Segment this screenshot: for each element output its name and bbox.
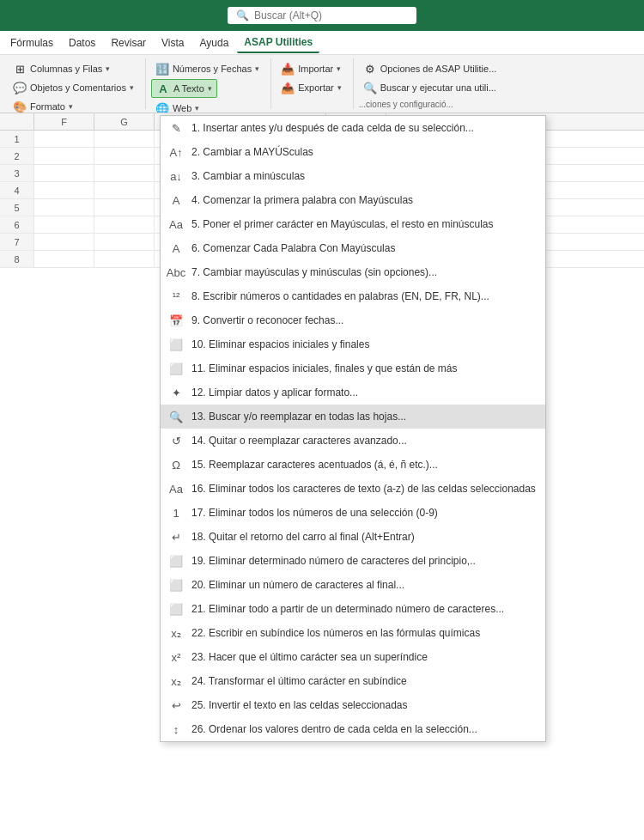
dropdown-item-23[interactable]: x²23. Hacer que el último carácter sea u…: [161, 645, 545, 669]
cell[interactable]: [94, 182, 155, 198]
item-text-15: 15. Reemplazar caracteres acentuados (á,…: [191, 459, 537, 471]
cell[interactable]: [34, 148, 94, 164]
web-icon: 🌐: [155, 101, 169, 113]
item-text-11: 11. Eliminar espacios iniciales, finales…: [191, 362, 537, 374]
item-text-16: 16. Eliminar todos los caracteres de tex…: [191, 483, 537, 495]
ribbon-btn-objetos[interactable]: 💬 Objetos y Comentarios ▾: [9, 79, 138, 96]
cell[interactable]: [94, 216, 155, 233]
ribbon-web-label: Web: [173, 103, 191, 113]
dropdown-item-12[interactable]: ✦12. Limpiar datos y aplicar formato...: [161, 380, 545, 405]
item-icon-20: ⬜: [167, 576, 185, 593]
cell[interactable]: [94, 148, 155, 164]
ribbon-btn-columnas[interactable]: ⊞ Columnas y Filas ▾: [9, 60, 114, 77]
ribbon-columnas-label: Columnas y Filas: [30, 64, 102, 74]
item-icon-22: x₂: [167, 624, 185, 642]
cell[interactable]: [94, 234, 155, 250]
dropdown-item-7[interactable]: Abc7. Cambiar mayúsculas y minúsculas (s…: [161, 260, 545, 284]
col-header-rownum: [0, 113, 34, 130]
dropdown-item-24[interactable]: x₂24. Transformar el último carácter en …: [161, 669, 545, 693]
menu-formulas[interactable]: Fórmulas: [3, 33, 60, 52]
item-text-22: 22. Escribir en subíndice los números en…: [191, 627, 537, 639]
row-num: 2: [0, 148, 34, 164]
dropdown-item-2[interactable]: A↑2. Cambiar a MAYÚSculas: [161, 140, 545, 164]
menu-datos[interactable]: Datos: [62, 33, 102, 52]
menu-vista[interactable]: Vista: [155, 33, 191, 52]
item-icon-21: ⬜: [167, 600, 185, 618]
item-icon-1: ✎: [167, 119, 185, 137]
columns-icon: ⊞: [13, 62, 27, 76]
objects-icon: 💬: [13, 81, 27, 94]
dropdown-item-20[interactable]: ⬜20. Eliminar un número de caracteres al…: [161, 573, 545, 597]
item-text-12: 12. Limpiar datos y aplicar formato...: [191, 387, 537, 399]
dropdown-item-21[interactable]: ⬜21. Eliminar todo a partir de un determ…: [161, 597, 545, 621]
dropdown-item-15[interactable]: Ω15. Reemplazar caracteres acentuados (á…: [161, 453, 545, 477]
caret-numeros: ▾: [255, 64, 259, 73]
ribbon-texto-label: A Texto: [173, 83, 204, 94]
dropdown-item-1[interactable]: ✎1. Insertar antes y/u después de cada c…: [161, 116, 545, 140]
row-num: 8: [0, 251, 34, 267]
ribbon-btn-numeros[interactable]: 🔢 Números y Fechas ▾: [151, 60, 264, 77]
ribbon-importar-label: Importar: [298, 64, 333, 74]
cell[interactable]: [94, 251, 155, 267]
search-input[interactable]: [254, 9, 400, 21]
menu-ayuda[interactable]: Ayuda: [193, 33, 236, 52]
menu-asap[interactable]: ASAP Utilities: [237, 33, 319, 53]
item-icon-17: 1: [167, 504, 185, 521]
ribbon-opciones-label: Opciones de ASAP Utilitie...: [380, 64, 497, 74]
dropdown-item-6[interactable]: A6. Comenzar Cada Palabra Con Mayúsculas: [161, 236, 545, 260]
cell[interactable]: [94, 165, 155, 181]
caret-importar: ▾: [337, 64, 341, 73]
dropdown-item-25[interactable]: ↩25. Invertir el texto en las celdas sel…: [161, 693, 545, 717]
cell[interactable]: [94, 131, 155, 147]
dropdown-item-5[interactable]: Aa5. Poner el primer carácter en Mayúscu…: [161, 212, 545, 236]
item-text-10: 10. Eliminar espacios iniciales y finale…: [191, 338, 537, 350]
menu-bar: Fórmulas Datos Revisar Vista Ayuda ASAP …: [0, 31, 644, 55]
dropdown-item-19[interactable]: ⬜19. Eliminar determinado número de cara…: [161, 549, 545, 573]
ribbon-btn-exportar[interactable]: 📤 Exportar ▾: [276, 79, 346, 96]
cell[interactable]: [94, 199, 155, 216]
cell[interactable]: [34, 234, 94, 250]
cell[interactable]: [34, 165, 94, 181]
item-text-19: 19. Eliminar determinado número de carac…: [191, 555, 537, 567]
dropdown-item-26[interactable]: ↕26. Ordenar los valores dentro de cada …: [161, 717, 545, 741]
ribbon-btn-formato[interactable]: 🎨 Formato ▾: [9, 98, 77, 113]
dropdown-item-13[interactable]: 🔍13. Buscar y/o reemplazar en todas las …: [161, 405, 545, 429]
caret-exportar: ▾: [337, 83, 342, 92]
ribbon-btn-opciones[interactable]: ⚙ Opciones de ASAP Utilitie...: [359, 60, 501, 77]
dropdown-item-22[interactable]: x₂22. Escribir en subíndice los números …: [161, 621, 545, 645]
item-icon-5: Aa: [167, 216, 185, 233]
dropdown-item-14[interactable]: ↺14. Quitar o reemplazar caracteres avan…: [161, 429, 545, 453]
cell[interactable]: [34, 131, 94, 147]
menu-revisar[interactable]: Revisar: [104, 33, 153, 52]
item-text-8: 8. Escribir números o cantidades en pala…: [191, 290, 537, 302]
search-box[interactable]: 🔍: [228, 7, 416, 24]
cell[interactable]: [34, 216, 94, 233]
ribbon-btn-importar[interactable]: 📥 Importar ▾: [276, 60, 345, 77]
cell[interactable]: [34, 199, 94, 216]
dropdown-item-3[interactable]: a↓3. Cambiar a minúsculas: [161, 164, 545, 188]
ribbon-btn-buscar-ejecutar[interactable]: 🔍 Buscar y ejecutar una utili...: [359, 79, 501, 96]
dropdown-item-8[interactable]: ¹²8. Escribir números o cantidades en pa…: [161, 284, 545, 308]
ribbon-btn-web[interactable]: 🌐 Web ▾: [151, 100, 204, 113]
dropdown-item-4[interactable]: A4. Comenzar la primera palabra con Mayú…: [161, 188, 545, 212]
caret-web: ▾: [195, 104, 199, 113]
dropdown-item-16[interactable]: Aa16. Eliminar todos los caracteres de t…: [161, 477, 545, 501]
item-icon-6: A: [167, 240, 185, 257]
item-text-18: 18. Quitar el retorno del carro al final…: [191, 531, 537, 543]
text-icon: A: [156, 82, 170, 95]
cell[interactable]: [34, 251, 94, 267]
dropdown-item-18[interactable]: ↵18. Quitar el retorno del carro al fina…: [161, 525, 545, 549]
item-text-23: 23. Hacer que el último carácter sea un …: [191, 651, 537, 663]
dropdown-item-17[interactable]: 117. Eliminar todos los números de una s…: [161, 501, 545, 525]
dropdown-item-11[interactable]: ⬜11. Eliminar espacios iniciales, finale…: [161, 356, 545, 380]
ribbon-group-columnas: ⊞ Columnas y Filas ▾ 💬 Objetos y Comenta…: [5, 58, 146, 109]
dropdown-item-10[interactable]: ⬜10. Eliminar espacios iniciales y final…: [161, 332, 545, 356]
cell[interactable]: [34, 182, 94, 198]
row-num: 6: [0, 216, 34, 233]
dropdown-item-9[interactable]: 📅9. Convertir o reconocer fechas...: [161, 308, 545, 332]
item-icon-8: ¹²: [167, 288, 185, 305]
item-text-2: 2. Cambiar a MAYÚSculas: [191, 146, 537, 158]
ribbon-btn-texto[interactable]: A A Texto ▾: [151, 79, 217, 98]
item-icon-19: ⬜: [167, 552, 185, 569]
item-text-6: 6. Comenzar Cada Palabra Con Mayúsculas: [191, 242, 537, 254]
